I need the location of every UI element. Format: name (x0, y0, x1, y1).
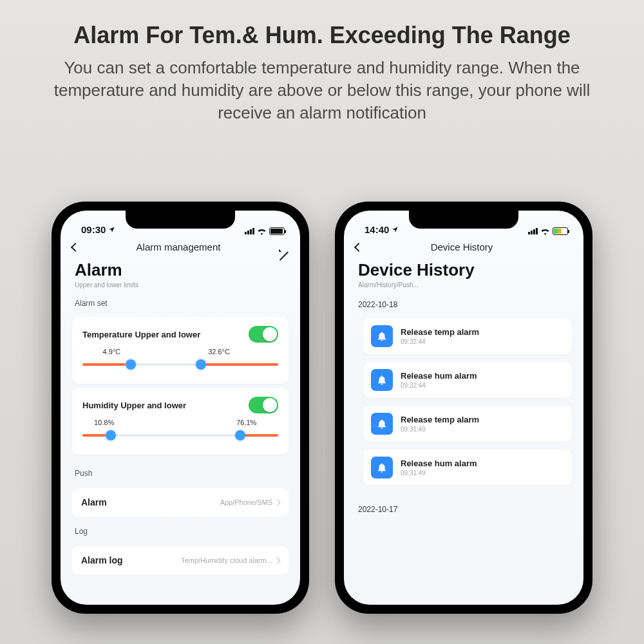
history-title: Release temp alarm (401, 415, 479, 424)
status-time: 09:30 (81, 224, 106, 235)
chevron-right-icon (274, 499, 281, 506)
page-caption: Alarm/History/Push... (344, 281, 583, 289)
history-time: 09:31:49 (401, 469, 477, 477)
alarm-log-row[interactable]: Alarm log Temp/Humidity cloud alarm... (72, 546, 289, 574)
bell-icon (371, 369, 393, 391)
history-item[interactable]: Release hum alarm09:31:49 (363, 450, 572, 486)
nav-title: Alarm management (137, 242, 221, 252)
alarm-log-label: Alarm log (81, 555, 123, 565)
page-title: Alarm (61, 256, 300, 281)
history-title: Release temp alarm (401, 327, 479, 337)
history-date: 2022-10-17 (344, 493, 583, 518)
history-date: 2022-10-18 (344, 289, 583, 313)
section-push: Push (61, 459, 300, 483)
history-time: 09:32:44 (401, 338, 479, 345)
history-item[interactable]: Release temp alarm09:32:44 (363, 318, 572, 354)
nav-bar: Alarm management (61, 235, 300, 256)
bell-icon (371, 413, 393, 435)
push-alarm-value: App/Phone/SMS (220, 498, 272, 506)
edit-icon[interactable] (278, 242, 289, 252)
location-icon (392, 226, 399, 233)
section-log: Log (61, 516, 300, 541)
signal-icon (528, 228, 538, 234)
temp-low-value: 4.9°C (85, 348, 138, 355)
hum-range-label: Humidity Upper and lower (82, 401, 186, 410)
temp-range-label: Temperature Upper and lower (82, 330, 200, 339)
hero-subtitle: You can set a comfortable temperature an… (0, 49, 644, 124)
phone-notch (126, 211, 235, 229)
hum-range-card: Humidity Upper and lower 10.8% 76.1% (72, 388, 289, 455)
battery-icon (269, 227, 285, 235)
alarm-log-value: Temp/Humidity cloud alarm... (181, 556, 272, 564)
hero-title: Alarm For Tem.& Hum. Exceeding The Range (0, 0, 644, 49)
battery-charging-icon (553, 227, 568, 235)
location-icon (108, 226, 115, 233)
signal-icon (245, 228, 254, 234)
back-icon[interactable] (71, 243, 80, 252)
page-caption: Upper and lower limits (61, 281, 300, 289)
temp-slider[interactable] (82, 359, 278, 370)
hum-handle-low[interactable] (106, 430, 116, 440)
nav-title: Device History (431, 242, 493, 252)
wifi-icon (540, 228, 550, 235)
temp-toggle[interactable] (249, 326, 278, 343)
bell-icon (371, 325, 393, 347)
hum-handle-high[interactable] (235, 430, 245, 440)
hum-toggle[interactable] (249, 397, 278, 413)
phone-device-history: 14:40 Device History Device History Alar… (335, 202, 592, 614)
history-title: Release hum alarm (401, 371, 477, 381)
history-time: 09:31:49 (401, 426, 479, 433)
section-alarm-set: Alarm set (61, 289, 300, 313)
history-item[interactable]: Release hum alarm09:32:44 (363, 362, 572, 398)
chevron-right-icon (274, 557, 281, 564)
push-alarm-label: Alarm (81, 497, 107, 507)
page-title: Device History (344, 256, 583, 281)
bell-icon (371, 457, 393, 478)
back-icon[interactable] (354, 243, 363, 252)
history-item[interactable]: Release temp alarm09:31:49 (363, 406, 572, 442)
wifi-icon (257, 228, 267, 235)
history-title: Release hum alarm (401, 459, 477, 468)
temp-range-card: Temperature Upper and lower 4.9°C 32.6°C (72, 317, 289, 384)
temp-handle-low[interactable] (126, 359, 136, 370)
temp-high-value: 32.6°C (138, 348, 230, 355)
status-time: 14:40 (365, 224, 389, 235)
temp-handle-high[interactable] (196, 359, 206, 370)
push-alarm-row[interactable]: Alarm App/Phone/SMS (72, 488, 289, 516)
phone-notch (409, 211, 518, 229)
history-time: 09:32:44 (401, 382, 477, 389)
hum-slider[interactable] (82, 430, 278, 440)
hum-low-value: 10.8% (85, 419, 123, 426)
nav-bar: Device History (344, 235, 583, 256)
hum-high-value: 76.1% (123, 419, 256, 426)
phone-alarm-management: 09:30 Alarm management Alarm Upper and l… (52, 202, 309, 614)
